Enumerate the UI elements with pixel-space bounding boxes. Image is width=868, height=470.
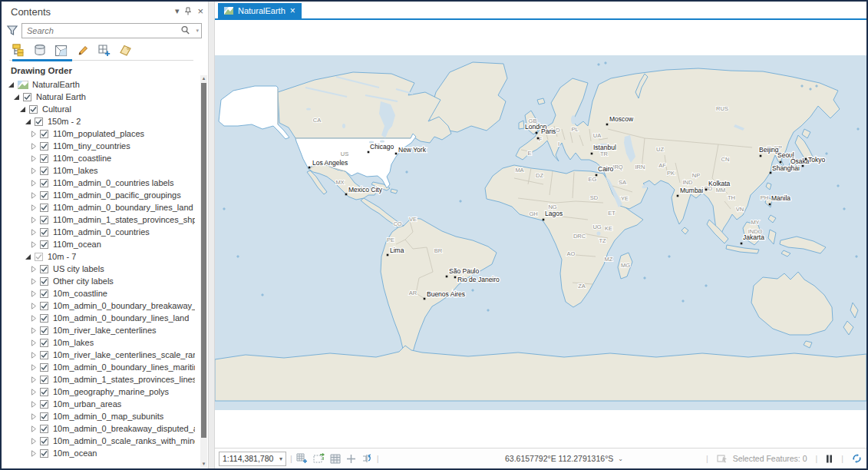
expander-icon[interactable]	[30, 217, 37, 223]
expander-icon[interactable]	[30, 229, 37, 236]
layer-visibility-checkbox[interactable]	[40, 314, 48, 323]
expander-icon[interactable]	[30, 352, 37, 359]
panel-splitter[interactable]	[208, 2, 215, 468]
list-by-drawing-order-button[interactable]	[11, 43, 25, 58]
expander-icon[interactable]	[30, 339, 37, 346]
layer-tree-row[interactable]: 10m_geography_marine_polys	[2, 386, 195, 398]
layer-tree-row[interactable]: 10m_ocean	[2, 447, 195, 459]
layer-visibility-checkbox[interactable]	[40, 363, 48, 372]
expander-icon[interactable]	[30, 204, 37, 211]
layer-visibility-checkbox[interactable]	[40, 400, 48, 409]
layer-tree-row[interactable]: 110m_coastline	[2, 152, 195, 164]
crosshair-icon[interactable]	[346, 454, 356, 464]
layer-tree-row[interactable]: 110m_admin_0_countries	[2, 226, 195, 238]
layer-visibility-checkbox[interactable]	[40, 351, 48, 359]
expander-icon[interactable]	[30, 364, 37, 371]
expander-icon[interactable]	[30, 278, 37, 285]
pin-icon[interactable]	[184, 7, 192, 15]
expander-icon[interactable]	[30, 413, 37, 420]
expander-icon[interactable]	[30, 303, 37, 309]
expander-icon[interactable]	[30, 192, 37, 199]
layer-tree-row[interactable]: 110m_populated_places	[2, 127, 195, 140]
pause-drawing-icon[interactable]	[826, 455, 833, 463]
scale-combo[interactable]: 1:114,381,780 ▾	[219, 452, 286, 466]
flow-direction-icon[interactable]	[361, 453, 373, 464]
layer-visibility-checkbox[interactable]	[40, 142, 48, 151]
layer-tree-row[interactable]: 110m_lakes	[2, 164, 195, 177]
expander-icon[interactable]	[25, 253, 31, 260]
layer-tree-row[interactable]: 150m - 2	[2, 115, 195, 127]
expander-icon[interactable]	[30, 425, 37, 432]
expander-icon[interactable]	[19, 106, 26, 113]
layer-visibility-checkbox[interactable]	[35, 118, 43, 126]
layer-tree-row[interactable]: 110m_admin_0_boundary_lines_land	[2, 201, 195, 213]
contents-scrollbar[interactable]: ▴ ▾	[200, 75, 207, 467]
layer-visibility-checkbox[interactable]	[40, 376, 48, 384]
layer-visibility-checkbox[interactable]	[35, 253, 43, 261]
layer-tree-row[interactable]: Other city labels	[2, 275, 195, 287]
list-by-editing-button[interactable]	[75, 43, 90, 58]
layer-tree-row[interactable]: 10m_river_lake_centerlines_scale_ranks	[2, 349, 195, 361]
list-by-snapping-button[interactable]	[97, 43, 111, 58]
layer-visibility-checkbox[interactable]	[23, 93, 31, 101]
layer-tree-row[interactable]: 10m_admin_1_states_provinces_lines_shp	[2, 373, 195, 386]
layer-tree-row[interactable]: US city labels	[2, 263, 195, 275]
layer-visibility-checkbox[interactable]	[40, 412, 48, 421]
layer-tree-row[interactable]: 110m_admin_0_pacific_groupings	[2, 189, 195, 201]
list-by-labeling-button[interactable]	[118, 43, 133, 58]
layer-visibility-checkbox[interactable]	[40, 167, 48, 175]
coordinates-caret-icon[interactable]: ⌄	[618, 455, 623, 462]
scroll-up-icon[interactable]: ▴	[200, 75, 207, 81]
layer-tree-row[interactable]: 110m_admin_0_countries labels	[2, 177, 195, 189]
layer-tree-row[interactable]: 10m_admin_0_boundary_lines_maritime_indi…	[2, 361, 195, 373]
expander-icon[interactable]	[30, 315, 37, 322]
layer-tree-row[interactable]: 10m_admin_0_boundary_breakaway_disputed_…	[2, 300, 195, 312]
layer-tree-row[interactable]: 10m_coastline	[2, 287, 195, 300]
layer-visibility-checkbox[interactable]	[40, 154, 48, 163]
expander-icon[interactable]	[30, 327, 37, 334]
expander-icon[interactable]	[30, 376, 37, 383]
layer-tree-row[interactable]: 10m - 7	[2, 250, 195, 263]
expander-icon[interactable]	[30, 241, 37, 248]
layer-visibility-checkbox[interactable]	[40, 425, 48, 433]
layer-tree-row[interactable]: 10m_admin_0_breakaway_disputed_areas	[2, 422, 195, 435]
search-input[interactable]	[25, 25, 163, 37]
expander-icon[interactable]	[30, 438, 37, 445]
map-thumbnail-icon[interactable]	[18, 81, 28, 89]
map-view-tab[interactable]: NaturalEarth ×	[218, 3, 302, 18]
expander-icon[interactable]	[30, 389, 37, 396]
scroll-down-icon[interactable]: ▾	[200, 461, 207, 467]
table-grid-icon[interactable]	[330, 454, 341, 464]
scrollbar-thumb[interactable]	[201, 83, 206, 438]
expander-icon[interactable]	[13, 94, 20, 101]
grid-add-icon[interactable]	[296, 453, 308, 464]
layer-visibility-checkbox[interactable]	[40, 191, 48, 200]
search-box[interactable]: ▾	[21, 23, 202, 38]
close-panel-icon[interactable]: ×	[197, 5, 203, 17]
layer-visibility-checkbox[interactable]	[40, 290, 48, 298]
list-by-selection-button[interactable]	[54, 43, 68, 58]
layer-visibility-checkbox[interactable]	[40, 179, 48, 187]
layer-tree-row[interactable]: 10m_urban_areas	[2, 398, 195, 410]
layer-visibility-checkbox[interactable]	[40, 437, 48, 445]
layer-tree-row[interactable]: 10m_lakes	[2, 336, 195, 349]
expander-icon[interactable]	[30, 155, 37, 162]
expander-icon[interactable]	[8, 81, 15, 88]
selected-features-label[interactable]: Selected Features: 0	[733, 454, 807, 463]
layer-visibility-checkbox[interactable]	[40, 339, 48, 347]
expander-icon[interactable]	[30, 401, 37, 408]
expander-icon[interactable]	[30, 450, 37, 457]
layer-tree-row[interactable]: 10m_admin_0_boundary_lines_land	[2, 312, 195, 324]
layer-visibility-checkbox[interactable]	[40, 228, 48, 237]
layer-visibility-checkbox[interactable]	[40, 326, 48, 335]
layer-visibility-checkbox[interactable]	[40, 302, 48, 310]
layer-visibility-checkbox[interactable]	[40, 449, 48, 458]
map-canvas[interactable]: CAUSMXCOVEPEBRARGBDPLUAFEITRUZIRNAFPKIRQ…	[215, 20, 866, 450]
layer-visibility-checkbox[interactable]	[40, 265, 48, 273]
layer-visibility-checkbox[interactable]	[40, 388, 48, 396]
search-icon[interactable]	[180, 25, 190, 35]
layer-tree-row[interactable]: NaturalEarth	[2, 78, 195, 91]
tab-close-icon[interactable]: ×	[290, 5, 295, 16]
expander-icon[interactable]	[30, 167, 37, 174]
expander-icon[interactable]	[30, 131, 37, 137]
